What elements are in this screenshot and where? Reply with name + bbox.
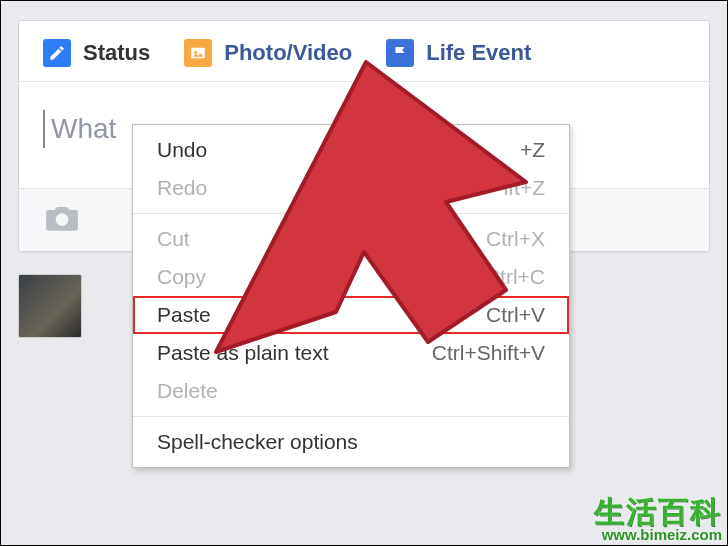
menu-delete[interactable]: Delete xyxy=(133,372,569,410)
watermark-url: www.bimeiz.com xyxy=(594,527,722,542)
tab-status[interactable]: Status xyxy=(43,39,150,67)
tab-life-label: Life Event xyxy=(426,40,531,66)
menu-redo[interactable]: Redo ift+Z xyxy=(133,169,569,207)
svg-point-1 xyxy=(195,51,198,54)
photo-icon xyxy=(184,39,212,67)
text-caret xyxy=(43,110,45,148)
menu-copy-label: Copy xyxy=(157,265,206,289)
menu-paste-label: Paste xyxy=(157,303,211,327)
menu-spellcheck-label: Spell-checker options xyxy=(157,430,358,454)
tab-photo-video[interactable]: Photo/Video xyxy=(184,39,352,67)
menu-spellcheck[interactable]: Spell-checker options xyxy=(133,423,569,461)
menu-delete-label: Delete xyxy=(157,379,218,403)
context-menu: Undo +Z Redo ift+Z Cut Ctrl+X Copy Ctrl+… xyxy=(132,124,570,468)
menu-copy-shortcut: Ctrl+C xyxy=(485,265,545,289)
composer-tabs: Status Photo/Video Life Event xyxy=(19,21,709,82)
tab-photo-label: Photo/Video xyxy=(224,40,352,66)
menu-cut-shortcut: Ctrl+X xyxy=(486,227,545,251)
flag-icon xyxy=(386,39,414,67)
watermark: 生活百科 www.bimeiz.com xyxy=(594,497,722,542)
menu-undo-shortcut: +Z xyxy=(520,138,545,162)
tab-status-label: Status xyxy=(83,40,150,66)
svg-point-2 xyxy=(56,213,69,226)
menu-separator xyxy=(133,416,569,417)
avatar[interactable] xyxy=(18,274,82,338)
menu-undo-label: Undo xyxy=(157,138,207,162)
menu-undo[interactable]: Undo +Z xyxy=(133,131,569,169)
menu-redo-label: Redo xyxy=(157,176,207,200)
menu-paste-shortcut: Ctrl+V xyxy=(486,303,545,327)
menu-separator xyxy=(133,213,569,214)
status-placeholder: What xyxy=(51,113,116,145)
camera-icon[interactable] xyxy=(43,219,81,236)
menu-copy[interactable]: Copy Ctrl+C xyxy=(133,258,569,296)
menu-cut[interactable]: Cut Ctrl+X xyxy=(133,220,569,258)
menu-cut-label: Cut xyxy=(157,227,190,251)
menu-paste-plain-shortcut: Ctrl+Shift+V xyxy=(432,341,545,365)
pencil-icon xyxy=(43,39,71,67)
menu-paste[interactable]: Paste Ctrl+V xyxy=(133,296,569,334)
menu-paste-plain[interactable]: Paste as plain text Ctrl+Shift+V xyxy=(133,334,569,372)
tab-life-event[interactable]: Life Event xyxy=(386,39,531,67)
menu-paste-plain-label: Paste as plain text xyxy=(157,341,329,365)
watermark-chinese: 生活百科 xyxy=(594,497,722,527)
menu-redo-shortcut: ift+Z xyxy=(504,176,545,200)
